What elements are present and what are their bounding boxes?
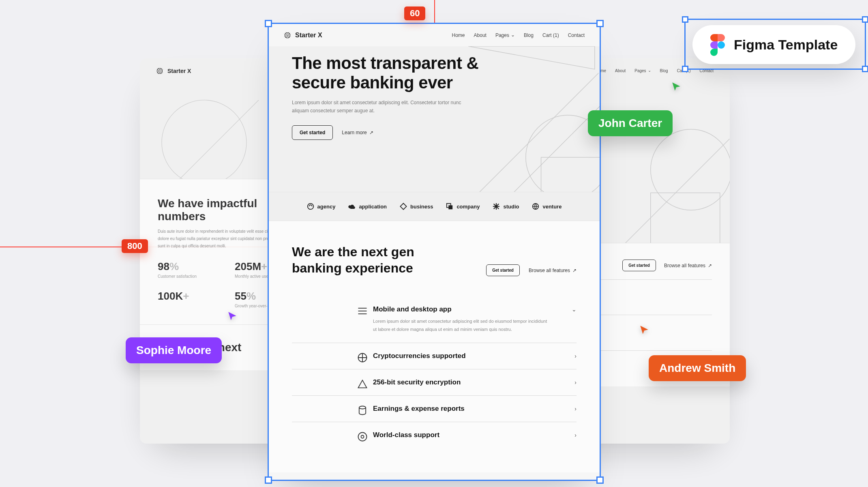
strip-studio: studio bbox=[493, 203, 519, 210]
learn-more-link[interactable]: Learn more ↗ bbox=[342, 130, 373, 135]
figma-canvas[interactable]: Starter X x We have impactful numbers Du… bbox=[0, 0, 868, 487]
svg-rect-13 bbox=[400, 203, 406, 209]
cursor-sophie bbox=[227, 311, 238, 321]
feature-item-support[interactable]: World-class support › bbox=[292, 422, 577, 448]
resize-handle-br[interactable] bbox=[862, 66, 868, 72]
section-title: We are the next gen banking experience bbox=[292, 244, 454, 276]
collaborator-tag-sophie: Sophie Moore bbox=[126, 337, 222, 363]
collaborator-tag-john: John Carter bbox=[588, 110, 673, 136]
section-header: We are the next gen banking experience G… bbox=[268, 221, 601, 292]
distance-badge-left: 800 bbox=[122, 239, 148, 253]
nav-about[interactable]: About bbox=[474, 32, 487, 38]
distance-guide-top bbox=[434, 0, 435, 23]
list-icon bbox=[357, 305, 368, 317]
logo-strip: agency application business company stud… bbox=[268, 192, 601, 221]
strip-business: business bbox=[400, 203, 433, 210]
browse-features-link[interactable]: Browse all features ↗ bbox=[664, 263, 712, 268]
collaborator-tag-andrew: Andrew Smith bbox=[649, 355, 746, 381]
brand-name: Starter X bbox=[167, 68, 191, 74]
hero-actions: Get started Learn more ↗ bbox=[292, 125, 577, 140]
nav-pages[interactable]: Pages⌄ bbox=[634, 69, 651, 73]
globe-icon bbox=[532, 203, 539, 210]
feature-item-mobile-desktop[interactable]: Mobile and desktop app Lorem ipsum dolor… bbox=[292, 296, 577, 343]
nav-home[interactable]: Home bbox=[452, 32, 465, 38]
diamond-icon bbox=[400, 203, 407, 210]
nav-contact[interactable]: Contact bbox=[568, 32, 585, 38]
svg-line-12 bbox=[491, 100, 601, 192]
get-started-button[interactable]: Get started bbox=[486, 264, 520, 276]
hero: The most transparent & secure banking ev… bbox=[268, 46, 601, 192]
svg-rect-3 bbox=[651, 193, 720, 243]
feature-item-earnings[interactable]: Earnings & expense reports › bbox=[292, 395, 577, 422]
triangle-icon bbox=[357, 378, 368, 390]
nav-links: Home About Pages⌄ Blog Cart (1) Contact bbox=[452, 32, 585, 38]
brand-logo-icon bbox=[284, 32, 291, 39]
asterisk-icon bbox=[493, 203, 500, 210]
strip-application: application bbox=[348, 203, 387, 210]
browse-features-link[interactable]: Browse all features ↗ bbox=[529, 268, 577, 273]
stats-title: We have impactful numbers bbox=[158, 197, 279, 223]
chevron-right-icon: › bbox=[574, 405, 577, 412]
distance-badge-top: 60 bbox=[404, 6, 425, 20]
feature-title: 256-bit security encryption bbox=[373, 378, 577, 386]
chevron-down-icon: ⌄ bbox=[572, 306, 577, 313]
stat-item: 98% Customer satisfaction bbox=[158, 260, 219, 279]
artboard-front[interactable]: Starter X Home About Pages⌄ Blog Cart (1… bbox=[268, 23, 601, 481]
arrow-icon: ↗ bbox=[708, 263, 712, 268]
brand[interactable]: Starter X bbox=[156, 67, 191, 75]
strip-company: company bbox=[446, 203, 480, 210]
brand-name: Starter X bbox=[295, 32, 322, 39]
feature-title: World-class support bbox=[373, 431, 577, 439]
hero-title: The most transparent & secure banking ev… bbox=[292, 54, 503, 93]
puzzle-icon bbox=[357, 352, 368, 363]
nav-blog[interactable]: Blog bbox=[660, 69, 668, 73]
pill-selection-frame[interactable] bbox=[684, 19, 866, 70]
strip-venture: venture bbox=[532, 203, 562, 210]
cursor-andrew bbox=[639, 324, 649, 335]
stats-body: Duis aute irure dolor in reprehenderit i… bbox=[158, 228, 283, 250]
brand[interactable]: Starter X bbox=[284, 32, 322, 39]
get-started-button[interactable]: Get started bbox=[292, 125, 333, 140]
nav-blog[interactable]: Blog bbox=[524, 32, 534, 38]
arrow-icon: ↗ bbox=[572, 268, 577, 273]
navbar: Starter X Home About Pages⌄ Blog Cart (1… bbox=[268, 23, 601, 46]
cursor-john bbox=[671, 81, 682, 92]
svg-line-4 bbox=[622, 139, 730, 243]
resize-handle-bl[interactable] bbox=[682, 66, 688, 72]
chevron-right-icon: › bbox=[574, 432, 577, 438]
feature-item-crypto[interactable]: Cryptocurrencies supported › bbox=[292, 343, 577, 369]
resize-handle-tr[interactable] bbox=[862, 16, 868, 23]
chevron-down-icon: ⌄ bbox=[511, 32, 515, 38]
svg-point-0 bbox=[162, 100, 246, 179]
stat-item: 100K+ bbox=[158, 290, 219, 308]
brand-logo-icon bbox=[156, 67, 163, 75]
svg-line-1 bbox=[171, 100, 259, 179]
strip-agency: agency bbox=[307, 203, 336, 210]
get-started-button[interactable]: Get started bbox=[622, 260, 656, 271]
svg-point-23 bbox=[361, 435, 364, 438]
feature-list: Mobile and desktop app Lorem ipsum dolor… bbox=[268, 292, 601, 472]
section-actions: Get started Browse all features ↗ bbox=[486, 264, 577, 276]
chevron-right-icon: › bbox=[574, 379, 577, 386]
nav-about[interactable]: About bbox=[615, 69, 626, 73]
feature-body: Lorem ipsum dolor sit amet consectetur a… bbox=[373, 318, 551, 334]
cloud-icon bbox=[348, 203, 356, 210]
feature-item-security[interactable]: 256-bit security encryption › bbox=[292, 369, 577, 395]
nav-cart[interactable]: Cart (1) bbox=[542, 32, 559, 38]
svg-point-21 bbox=[359, 406, 366, 409]
feature-title: Earnings & expense reports bbox=[373, 405, 577, 413]
arrow-icon: ↗ bbox=[369, 130, 373, 135]
svg-point-22 bbox=[358, 432, 367, 441]
feature-title: Mobile and desktop app bbox=[373, 305, 577, 313]
svg-point-2 bbox=[651, 129, 730, 210]
overlap-squares-icon bbox=[446, 203, 453, 210]
chevron-right-icon: › bbox=[574, 353, 577, 359]
hero-lede: Lorem ipsum dolor sit amet consectetur a… bbox=[292, 99, 462, 115]
resize-handle-tl[interactable] bbox=[682, 16, 688, 23]
target-icon bbox=[357, 431, 368, 442]
chevron-down-icon: ⌄ bbox=[648, 68, 651, 73]
svg-rect-10 bbox=[541, 157, 601, 192]
feature-title: Cryptocurrencies supported bbox=[373, 352, 577, 360]
nav-pages[interactable]: Pages⌄ bbox=[495, 32, 515, 38]
svg-rect-15 bbox=[449, 205, 453, 209]
